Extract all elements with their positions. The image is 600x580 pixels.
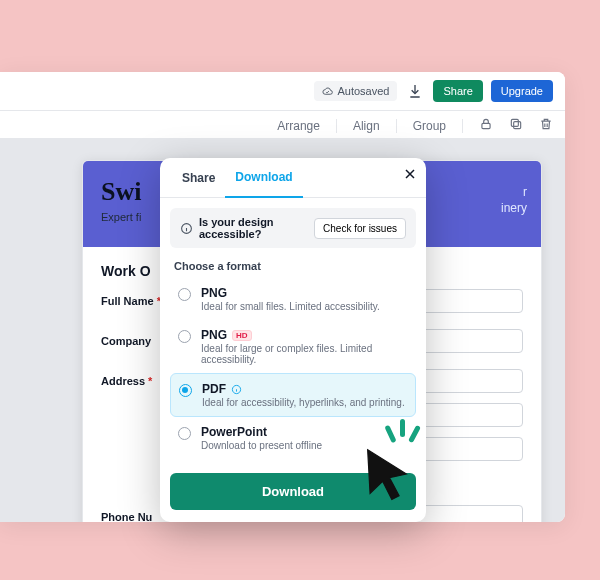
- tab-download[interactable]: Download: [225, 158, 302, 198]
- accessibility-banner: Is your design accessible? Check for iss…: [170, 208, 416, 248]
- toolbar-divider: [336, 119, 337, 133]
- svg-rect-2: [511, 119, 518, 126]
- format-option-png-hd[interactable]: PNG HD Ideal for large or complex files.…: [170, 320, 416, 373]
- download-modal: Share Download Is your design accessible…: [160, 158, 426, 522]
- toolbar-delete[interactable]: [539, 117, 553, 134]
- document-subtitle: Expert fi: [101, 211, 141, 223]
- trash-icon: [539, 117, 553, 131]
- format-option-powerpoint[interactable]: PowerPoint Download to present offline: [170, 417, 416, 459]
- format-list: PNG Ideal for small files. Limited acces…: [160, 278, 426, 469]
- svg-rect-1: [514, 122, 521, 129]
- download-icon-button[interactable]: [405, 81, 425, 101]
- format-desc: Ideal for small files. Limited accessibi…: [201, 301, 380, 312]
- format-name: PowerPoint: [201, 425, 322, 439]
- toolbar: Arrange Align Group: [0, 111, 565, 141]
- format-name: PNG HD: [201, 328, 408, 342]
- autosaved-pill: Autosaved: [314, 81, 397, 101]
- format-option-png[interactable]: PNG Ideal for small files. Limited acces…: [170, 278, 416, 320]
- format-name: PDF: [202, 382, 405, 396]
- hd-badge: HD: [232, 330, 252, 341]
- tab-share[interactable]: Share: [172, 159, 225, 197]
- autosaved-label: Autosaved: [337, 85, 389, 97]
- cloud-check-icon: [322, 86, 333, 97]
- info-icon: [231, 384, 242, 395]
- share-button[interactable]: Share: [433, 80, 482, 102]
- radio-icon: [178, 427, 191, 440]
- format-option-pdf[interactable]: PDF Ideal for accessibility, hyperlinks,…: [170, 373, 416, 417]
- toolbar-divider: [462, 119, 463, 133]
- radio-icon: [178, 330, 191, 343]
- toolbar-group[interactable]: Group: [413, 119, 446, 133]
- info-icon: [180, 222, 193, 235]
- lock-icon: [479, 117, 493, 131]
- radio-icon: [179, 384, 192, 397]
- accessibility-question: Is your design accessible?: [199, 216, 308, 240]
- document-header-right: r inery: [501, 185, 527, 216]
- radio-icon: [178, 288, 191, 301]
- close-icon: [402, 166, 418, 182]
- choose-format-label: Choose a format: [160, 258, 426, 278]
- topbar: Autosaved Share Upgrade: [0, 72, 565, 111]
- format-desc: Ideal for large or complex files. Limite…: [201, 343, 408, 365]
- format-name: PNG: [201, 286, 380, 300]
- modal-tabs: Share Download: [160, 158, 426, 198]
- toolbar-lock[interactable]: [479, 117, 493, 134]
- download-button[interactable]: Download: [170, 473, 416, 510]
- toolbar-copy[interactable]: [509, 117, 523, 134]
- format-desc: Download to present offline: [201, 440, 322, 451]
- copy-icon: [509, 117, 523, 131]
- upgrade-button[interactable]: Upgrade: [491, 80, 553, 102]
- format-desc: Ideal for accessibility, hyperlinks, and…: [202, 397, 405, 408]
- toolbar-divider: [396, 119, 397, 133]
- toolbar-arrange[interactable]: Arrange: [277, 119, 320, 133]
- check-issues-button[interactable]: Check for issues: [314, 218, 406, 239]
- svg-rect-0: [482, 123, 490, 128]
- download-icon: [407, 83, 423, 99]
- toolbar-align[interactable]: Align: [353, 119, 380, 133]
- close-button[interactable]: [402, 166, 418, 186]
